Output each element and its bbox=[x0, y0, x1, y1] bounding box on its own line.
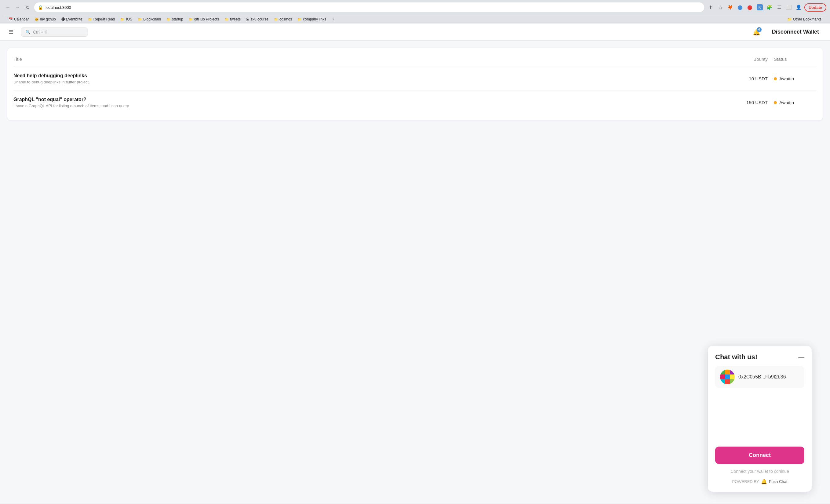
bookmark-repeat-read[interactable]: 📁 Repeat Read bbox=[86, 16, 118, 22]
address-bar[interactable]: 🔒 localhost:3000 bbox=[34, 2, 704, 12]
svg-rect-1 bbox=[720, 370, 725, 375]
chat-title: Chat with us! bbox=[715, 353, 757, 361]
bookmark-zku[interactable]: 🏛 zku course bbox=[244, 16, 271, 22]
push-icon: 🔔 bbox=[761, 479, 767, 484]
bookmark-github[interactable]: 🐱 my github bbox=[32, 16, 58, 22]
row-2-status-text: Awaitin bbox=[779, 100, 794, 105]
search-icon: 🔍 bbox=[25, 30, 31, 34]
ext-k-icon[interactable]: K bbox=[756, 3, 764, 11]
svg-rect-2 bbox=[725, 370, 730, 375]
wallet-address: 0x2C0a5B...Fb9f2b36 bbox=[738, 374, 786, 380]
bookmark-company-links[interactable]: 📁 company links bbox=[295, 16, 328, 22]
svg-rect-5 bbox=[725, 375, 730, 379]
svg-rect-8 bbox=[725, 379, 730, 384]
table-row[interactable]: Need help debugging deeplinks Unable to … bbox=[13, 67, 817, 91]
app-container: ☰ 🔍 Ctrl + K 🔔 4 Disconnect Wallet Title… bbox=[0, 24, 830, 503]
cosmos-bookmark-icon: 📁 bbox=[274, 18, 278, 21]
eventbrite-bookmark-icon: 🅔 bbox=[61, 18, 65, 21]
github-bookmark-icon: 🐱 bbox=[34, 18, 39, 21]
disconnect-wallet-button[interactable]: Disconnect Wallet bbox=[767, 26, 824, 38]
bookmark-calendar[interactable]: 📅 Calendar bbox=[6, 16, 31, 22]
blockchain-bookmark-icon: 📁 bbox=[138, 18, 142, 21]
svg-rect-6 bbox=[730, 375, 735, 379]
ext-red-icon[interactable]: ⬤ bbox=[746, 3, 754, 11]
status-dot-2 bbox=[774, 101, 777, 104]
connect-hint: Connect your wallet to coninue bbox=[715, 469, 804, 474]
repeat-read-icon: 📁 bbox=[88, 18, 92, 21]
tweets-bookmark-icon: 📁 bbox=[224, 18, 229, 21]
chat-user-item[interactable]: 0x2C0a5B...Fb9f2b36 bbox=[715, 366, 804, 388]
row-1-subtitle: Unable to debug deeplinks in flutter pro… bbox=[13, 80, 731, 84]
notification-badge: 4 bbox=[757, 27, 762, 32]
bookmark-blockchain[interactable]: 📁 Blockchain bbox=[135, 16, 163, 22]
row-2-subtitle: I have a GraphQL API for listing a bunch… bbox=[13, 103, 731, 108]
metamask-icon[interactable]: 🦊 bbox=[726, 3, 735, 11]
bookmarks-bar: 📅 Calendar 🐱 my github 🅔 Eventbrite 📁 Re… bbox=[4, 15, 826, 24]
bookmark-startup[interactable]: 📁 startup bbox=[164, 16, 186, 22]
svg-rect-3 bbox=[730, 370, 735, 375]
svg-rect-4 bbox=[720, 375, 725, 379]
menu-icon[interactable]: ☰ bbox=[6, 27, 16, 37]
forward-button[interactable]: → bbox=[13, 3, 22, 11]
table-header: Title Bounty Status bbox=[13, 54, 817, 67]
chat-minimize-button[interactable]: — bbox=[798, 354, 804, 361]
powered-by-label: POWERED BY bbox=[732, 479, 759, 484]
push-chat-label: Push Chat bbox=[769, 479, 788, 484]
chat-spacer bbox=[715, 393, 804, 442]
main-content: Title Bounty Status Need help debugging … bbox=[0, 41, 830, 128]
star-icon[interactable]: ☆ bbox=[716, 3, 725, 11]
more-bookmarks-button[interactable]: » bbox=[330, 16, 337, 22]
bookmark-ios[interactable]: 📁 IOS bbox=[118, 16, 135, 22]
row-2-status: Awaitin bbox=[768, 100, 817, 105]
svg-rect-7 bbox=[720, 379, 725, 384]
bookmark-eventbrite[interactable]: 🅔 Eventbrite bbox=[59, 16, 85, 22]
refresh-button[interactable]: ↻ bbox=[23, 3, 32, 11]
chat-footer: POWERED BY 🔔 Push Chat bbox=[715, 479, 804, 484]
row-2-bounty: 150 USDT bbox=[731, 100, 768, 105]
ext-list-icon[interactable]: ☰ bbox=[775, 3, 784, 11]
ios-bookmark-icon: 📁 bbox=[120, 18, 125, 21]
share-icon[interactable]: ⬆ bbox=[707, 3, 715, 11]
row-1-status-text: Awaitin bbox=[779, 76, 794, 81]
row-1-title: Need help debugging deeplinks bbox=[13, 73, 731, 78]
avatar bbox=[720, 370, 735, 384]
chat-header: Chat with us! — bbox=[715, 353, 804, 361]
search-placeholder: Ctrl + K bbox=[33, 30, 47, 34]
bounty-column-header: Bounty bbox=[731, 57, 768, 62]
app-header: ☰ 🔍 Ctrl + K 🔔 4 Disconnect Wallet bbox=[0, 24, 830, 41]
row-1-bounty: 10 USDT bbox=[731, 76, 768, 81]
update-button[interactable]: Update bbox=[804, 3, 826, 11]
url-display: localhost:3000 bbox=[45, 5, 71, 10]
svg-rect-9 bbox=[730, 379, 735, 384]
browser-chrome: ← → ↻ 🔒 localhost:3000 ⬆ ☆ 🦊 ⬤ ⬤ K 🧩 ☰ ⬜ bbox=[0, 0, 830, 24]
ext-window-icon[interactable]: ⬜ bbox=[785, 3, 793, 11]
row-2-title: GraphQL "not equal" operator? bbox=[13, 97, 731, 102]
connect-button[interactable]: Connect bbox=[715, 447, 804, 464]
table-row[interactable]: GraphQL "not equal" operator? I have a G… bbox=[13, 91, 817, 114]
bookmark-tweets[interactable]: 📁 tweets bbox=[222, 16, 243, 22]
company-links-icon: 📁 bbox=[297, 18, 302, 21]
chat-widget: Chat with us! — 0x2C0a5B bbox=[708, 346, 812, 492]
status-dot bbox=[774, 77, 777, 80]
header-right: 🔔 4 Disconnect Wallet bbox=[751, 26, 824, 38]
other-bookmarks-icon: 📁 bbox=[787, 17, 792, 21]
bounty-table: Title Bounty Status Need help debugging … bbox=[7, 48, 823, 120]
row-1-status: Awaitin bbox=[768, 76, 817, 81]
title-column-header: Title bbox=[13, 57, 731, 62]
search-box[interactable]: 🔍 Ctrl + K bbox=[21, 28, 88, 37]
calendar-bookmark-icon: 📅 bbox=[8, 18, 13, 21]
ext-circle-icon[interactable]: ⬤ bbox=[736, 3, 744, 11]
status-column-header: Status bbox=[768, 57, 817, 62]
github-projects-icon: 📁 bbox=[189, 18, 193, 21]
other-bookmarks[interactable]: 📁 Other Bookmarks bbox=[785, 16, 824, 22]
profile-icon[interactable]: 👤 bbox=[795, 3, 803, 11]
notification-bell[interactable]: 🔔 4 bbox=[751, 27, 762, 38]
bookmark-github-projects[interactable]: 📁 gitHub Projects bbox=[186, 16, 221, 22]
back-button[interactable]: ← bbox=[4, 3, 12, 11]
startup-bookmark-icon: 📁 bbox=[166, 18, 171, 21]
zku-bookmark-icon: 🏛 bbox=[246, 18, 250, 21]
ext-puzzle-icon[interactable]: 🧩 bbox=[765, 3, 774, 11]
bookmark-cosmos[interactable]: 📁 cosmos bbox=[272, 16, 294, 22]
